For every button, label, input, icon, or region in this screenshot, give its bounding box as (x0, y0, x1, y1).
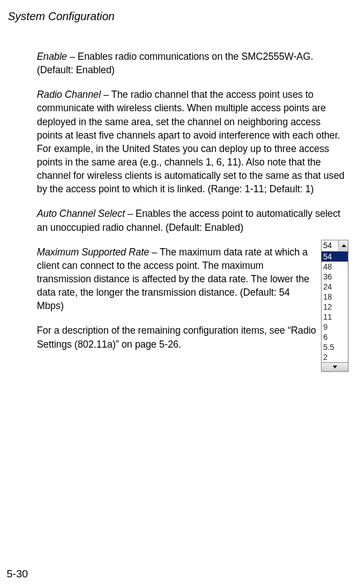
dropdown-selected-value: 54 (322, 240, 339, 251)
term-auto-channel: Auto Channel Select (37, 208, 125, 219)
content-area: Enable – Enables radio communications on… (37, 50, 348, 351)
dropdown-option[interactable]: 36 (322, 272, 348, 282)
dropdown-option[interactable]: 54 (322, 252, 348, 262)
dropdown-option[interactable]: 11 (322, 312, 348, 322)
dropdown-option[interactable]: 5.5 (322, 342, 348, 352)
page-number-text: 5-30 (7, 568, 28, 580)
page-header: System Configuration (8, 10, 348, 23)
dropdown-display[interactable]: 54 (322, 240, 348, 252)
paragraph-enable: Enable – Enables radio communications on… (37, 50, 348, 77)
paragraph-radio-channel: Radio Channel – The radio channel that t… (37, 88, 348, 196)
dropdown-option[interactable]: 48 (322, 262, 348, 272)
paragraph-remaining: For a description of the remaining confi… (37, 324, 317, 350)
dropdown-list[interactable]: 54 48 36 24 18 12 11 9 6 5.5 2 (322, 252, 348, 362)
rate-dropdown[interactable]: 54 54 48 36 24 18 12 11 9 6 5.5 2 (321, 240, 348, 372)
term-enable: Enable (37, 51, 67, 62)
dropdown-option[interactable]: 6 (322, 332, 348, 342)
dropdown-option[interactable]: 2 (322, 352, 348, 362)
text-radio-channel: – The radio channel that the access poin… (37, 89, 344, 195)
term-max-rate: Maximum Supported Rate (37, 246, 149, 258)
page-number: 5-30 (7, 568, 28, 580)
chevron-up-icon (342, 244, 346, 247)
dropdown-option[interactable]: 12 (322, 302, 348, 312)
dropdown-option[interactable]: 24 (322, 282, 348, 292)
text-remaining: For a description of the remaining confi… (37, 325, 316, 349)
dropdown-scroll-down-button[interactable] (322, 362, 348, 371)
paragraph-auto-channel: Auto Channel Select – Enables the access… (37, 207, 348, 234)
dropdown-option[interactable]: 18 (322, 292, 348, 302)
chevron-down-icon (333, 366, 337, 368)
dropdown-list-body: 54 48 36 24 18 12 11 9 6 5.5 2 (322, 252, 348, 362)
term-radio-channel: Radio Channel (37, 89, 100, 100)
paragraph-max-rate: Maximum Supported Rate – The maximum dat… (37, 245, 317, 313)
header-title: System Configuration (8, 10, 114, 22)
dropdown-scroll-up-button[interactable] (339, 240, 348, 251)
text-enable: – Enables radio communications on the SM… (37, 51, 313, 75)
dropdown-option[interactable]: 9 (322, 322, 348, 332)
